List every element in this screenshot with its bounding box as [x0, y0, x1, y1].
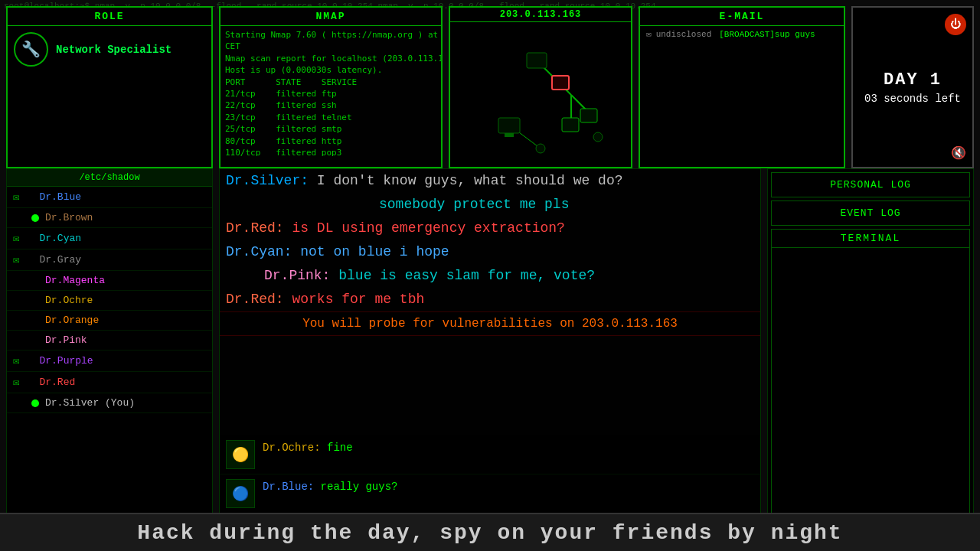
chat-msg-4: Dr.Cyan: not on blue i hope: [220, 240, 760, 264]
mail-icon-9: ✉: [13, 376, 19, 389]
tagline: Hack during the day, spy on your friends…: [137, 521, 842, 545]
player-item-dr.silver(you)[interactable]: Dr.Silver (You): [7, 393, 212, 413]
network-title: 203.0.113.163: [450, 8, 631, 22]
role-name: Network Specialist: [56, 44, 172, 56]
ochre-msg: Dr.Ochre: fine: [263, 440, 353, 454]
right-panel: PERSONAL LOG EVENT LOG TERMINAL: [767, 168, 974, 551]
chat-msg-1: Dr.Silver: I don't know guys, what shoul…: [220, 169, 760, 193]
blue-msg: Dr.Blue: really guys?: [263, 479, 397, 493]
player-sidebar: /etc/shadow ✉Dr.BlueDr.Brown✉Dr.Cyan✉Dr.…: [6, 168, 213, 551]
svg-rect-9: [527, 53, 547, 68]
nmap-panel: NMAP Starting Nmap 7.60 ( https://nmap.o…: [219, 6, 443, 168]
mail-icon-0: ✉: [13, 191, 19, 204]
chat-area: Dr.Silver: I don't know guys, what shoul…: [219, 168, 761, 551]
svg-point-11: [536, 144, 545, 153]
role-content: 🔧 Network Specialist: [8, 26, 211, 73]
chat-msg-6: Dr.Red: works for me tbh: [220, 288, 760, 311]
email-subject: [BROADCAST]sup guys: [719, 30, 815, 39]
ochre-name: Dr.Ochre:: [263, 442, 321, 454]
player-avatar: 🔧: [14, 32, 48, 67]
chat-entry-blue: 🔵 Dr.Blue: really guys?: [220, 474, 760, 514]
terminal-title: TERMINAL: [772, 230, 969, 248]
role-title: ROLE: [8, 8, 211, 26]
player-name-10: Dr.Silver (You): [45, 397, 135, 409]
email-sender: undisclosed: [656, 30, 712, 39]
player-name-4: Dr.Magenta: [45, 275, 105, 286]
mission-text: You will probe for vulnerabilities on: [302, 317, 574, 331]
svg-rect-7: [498, 118, 520, 133]
chat-entry-ochre: 🟡 Dr.Ochre: fine: [220, 435, 760, 474]
mail-icon: ✉: [646, 29, 652, 39]
player-name-6: Dr.Orange: [45, 315, 99, 326]
player-name-5: Dr.Ochre: [45, 295, 93, 306]
player-item-dr.ochre[interactable]: Dr.Ochre: [7, 291, 212, 311]
nmap-output-container: Starting Nmap 7.60 ( https://nmap.org ) …: [220, 26, 441, 156]
terminal-section: TERMINAL: [771, 229, 970, 547]
network-diagram: [464, 34, 617, 156]
chat-overlay: Dr.Silver: I don't know guys, what shoul…: [220, 169, 760, 474]
power-button[interactable]: ⏻: [945, 14, 966, 35]
day-panel: ⏻ DAY 1 03 seconds left 🔇: [851, 6, 974, 168]
role-panel: ROLE 🔧 Network Specialist: [6, 6, 213, 168]
event-log-button[interactable]: EVENT LOG: [771, 201, 970, 226]
mission-bar: You will probe for vulnerabilities on 20…: [220, 311, 760, 336]
personal-log-button[interactable]: PERSONAL LOG: [771, 172, 970, 197]
player-item-dr.blue[interactable]: ✉Dr.Blue: [7, 187, 212, 208]
chat-msg-2: somebody protect me pls: [373, 193, 760, 217]
svg-rect-5: [580, 109, 597, 122]
ochre-avatar: 🟡: [226, 440, 255, 469]
nmap-title: NMAP: [220, 8, 441, 26]
sound-button[interactable]: 🔇: [951, 145, 966, 161]
player-name-2: Dr.Cyan: [39, 233, 81, 244]
email-title: E-MAIL: [640, 8, 844, 26]
active-dot-1: [31, 214, 39, 222]
active-dot-10: [31, 399, 39, 407]
network-panel: 203.0.113.163: [449, 6, 632, 168]
player-item-dr.red[interactable]: ✉Dr.Red: [7, 372, 212, 393]
svg-rect-4: [552, 76, 569, 90]
player-item-dr.cyan[interactable]: ✉Dr.Cyan: [7, 228, 212, 249]
player-name-8: Dr.Purple: [39, 355, 93, 367]
player-item-dr.gray[interactable]: ✉Dr.Gray: [7, 249, 212, 271]
svg-rect-8: [505, 133, 514, 137]
chat-msg-5: Dr.Pink: blue is easy slam for me, vote?: [258, 264, 760, 288]
middle-row: /etc/shadow ✉Dr.BlueDr.Brown✉Dr.Cyan✉Dr.…: [0, 168, 980, 551]
bottom-bar: Hack during the day, spy on your friends…: [0, 513, 980, 551]
svg-point-10: [593, 132, 603, 142]
main-layout: ROLE 🔧 Network Specialist NMAP Starting …: [0, 0, 980, 551]
day-timer: 03 seconds left: [864, 93, 961, 105]
player-list: ✉Dr.BlueDr.Brown✉Dr.Cyan✉Dr.GrayDr.Magen…: [7, 187, 212, 413]
mail-icon-8: ✉: [13, 354, 19, 367]
player-item-dr.brown[interactable]: Dr.Brown: [7, 208, 212, 228]
chat-msg-3: Dr.Red: is DL using emergency extraction…: [220, 217, 760, 240]
player-item-dr.pink[interactable]: Dr.Pink: [7, 331, 212, 350]
player-name-1: Dr.Brown: [45, 212, 93, 223]
mail-icon-3: ✉: [13, 253, 19, 266]
blue-avatar: 🔵: [226, 479, 255, 508]
blue-name: Dr.Blue:: [263, 481, 314, 493]
player-name-3: Dr.Gray: [39, 254, 81, 266]
email-from: ✉ undisclosed [BROADCAST]sup guys: [640, 26, 844, 42]
player-name-9: Dr.Red: [39, 377, 75, 388]
player-item-dr.magenta[interactable]: Dr.Magenta: [7, 271, 212, 291]
player-name-7: Dr.Pink: [45, 334, 87, 346]
sidebar-header: /etc/shadow: [7, 169, 212, 187]
nmap-output: Starting Nmap 7.60 ( https://nmap.org ) …: [220, 26, 441, 156]
player-name-0: Dr.Blue: [39, 191, 81, 203]
svg-rect-6: [562, 118, 579, 132]
mission-target: 203.0.113.163: [582, 317, 678, 331]
player-item-dr.purple[interactable]: ✉Dr.Purple: [7, 350, 212, 372]
mail-icon-2: ✉: [13, 232, 19, 245]
top-row: ROLE 🔧 Network Specialist NMAP Starting …: [0, 0, 980, 168]
email-panel: E-MAIL ✉ undisclosed [BROADCAST]sup guys: [639, 6, 845, 168]
day-display: DAY 1: [884, 70, 942, 90]
player-item-dr.orange[interactable]: Dr.Orange: [7, 311, 212, 331]
